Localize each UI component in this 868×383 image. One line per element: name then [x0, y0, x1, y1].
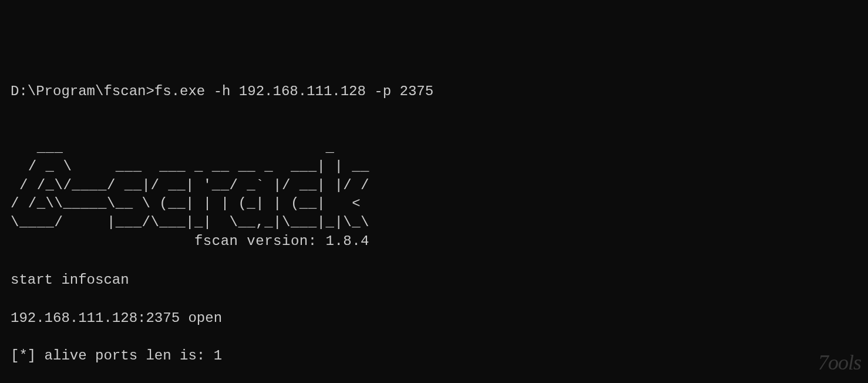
output-alive-ports: [*] alive ports len is: 1 [11, 347, 857, 365]
ascii-art-banner: ___ _ / _ \ ___ ___ _ __ __ _ ___| | __ … [11, 139, 857, 250]
command-prompt-line: D:\Program\fscan>fs.exe -h 192.168.111.1… [11, 82, 857, 101]
output-start-infoscan: start infoscan [11, 271, 857, 290]
watermark: 7ools [818, 348, 861, 377]
output-port-open: 192.168.111.128:2375 open [11, 309, 857, 328]
